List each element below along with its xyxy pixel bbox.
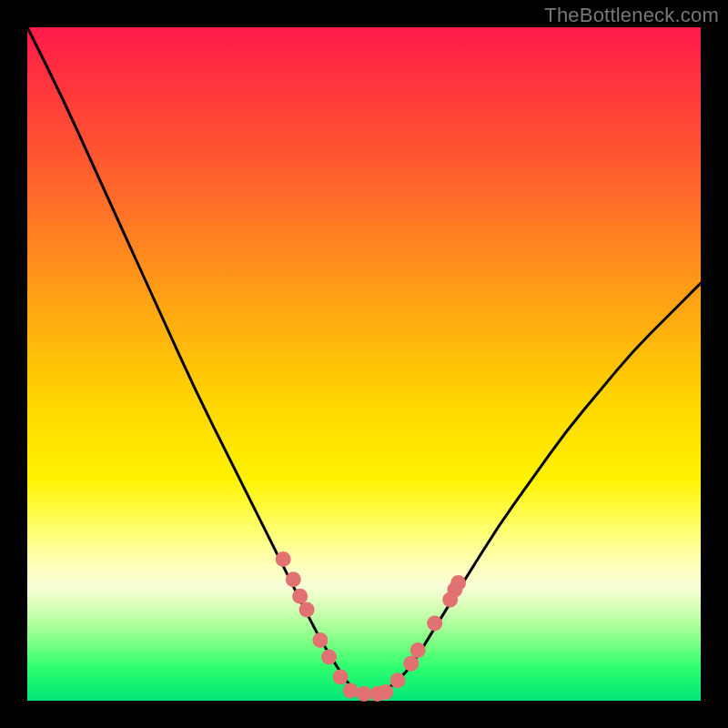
marker-point bbox=[321, 649, 337, 664]
marker-point bbox=[450, 575, 466, 591]
marker-point bbox=[299, 602, 315, 618]
marker-point bbox=[292, 589, 308, 604]
marker-point bbox=[276, 551, 291, 567]
marker-point bbox=[357, 686, 372, 702]
bottleneck-curve bbox=[27, 27, 701, 694]
marker-point bbox=[343, 682, 359, 698]
plot-area bbox=[27, 27, 701, 701]
marker-point bbox=[378, 684, 393, 700]
highlighted-points bbox=[276, 551, 466, 702]
marker-point bbox=[333, 670, 349, 685]
marker-point bbox=[390, 672, 406, 688]
marker-point bbox=[286, 571, 301, 587]
marker-point bbox=[403, 656, 419, 672]
watermark-text: TheBottleneck.com bbox=[544, 4, 719, 27]
curve-layer bbox=[27, 27, 701, 701]
marker-point bbox=[410, 642, 426, 658]
marker-point bbox=[312, 632, 328, 648]
marker-point bbox=[427, 615, 442, 631]
chart-frame: TheBottleneck.com bbox=[0, 0, 728, 728]
